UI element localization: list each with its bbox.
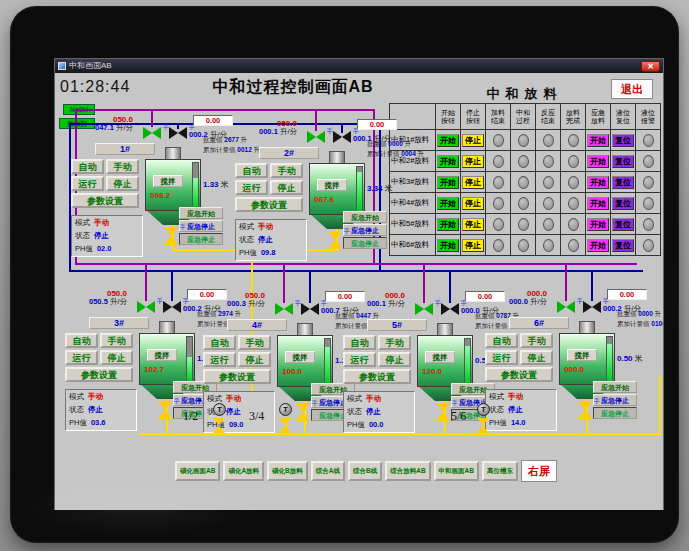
table-start-button[interactable]: 开始: [437, 197, 459, 210]
params-button[interactable]: 参数设置: [71, 193, 139, 208]
emergency-start-button[interactable]: 应急开始: [179, 207, 223, 219]
feed-valve2-icon[interactable]: 手: [441, 303, 459, 315]
stir-button[interactable]: 搅拌: [317, 179, 347, 191]
auto-button[interactable]: 自动: [71, 159, 104, 174]
feed-valve2-icon[interactable]: 手: [301, 303, 319, 315]
auto-button[interactable]: 自动: [203, 335, 236, 350]
nav-button-3[interactable]: 综合A线: [311, 461, 345, 481]
table-start-button[interactable]: 开始: [437, 218, 459, 231]
table-emergency-button[interactable]: 开始: [587, 134, 609, 147]
app-icon: [58, 62, 66, 70]
nav-button-4[interactable]: 综合B线: [348, 461, 382, 481]
discharge-valve-icon[interactable]: 手: [158, 401, 172, 419]
manual-button[interactable]: 手动: [520, 333, 553, 348]
feed-valve-icon[interactable]: 手: [143, 127, 161, 139]
feed-valve2-icon[interactable]: 手: [583, 301, 601, 313]
nav-button-1[interactable]: 磺化A放料: [223, 461, 264, 481]
stir-button[interactable]: 搅拌: [285, 351, 315, 363]
run-button[interactable]: 运行: [235, 180, 268, 195]
nav-button-2[interactable]: 磺化B放料: [267, 461, 308, 481]
table-reset-button[interactable]: 复位: [612, 239, 634, 252]
table-reset-button[interactable]: 复位: [612, 155, 634, 168]
discharge-valve-icon[interactable]: 手: [164, 227, 178, 245]
close-icon[interactable]: ✕: [641, 61, 660, 72]
params-button[interactable]: 参数设置: [343, 369, 411, 384]
nav-button-0[interactable]: 磺化画面AB: [175, 461, 220, 481]
feed-valve2-icon[interactable]: 手: [163, 301, 181, 313]
table-stop-button[interactable]: 停止: [462, 155, 484, 168]
manual-button[interactable]: 手动: [106, 159, 139, 174]
feed-valve-icon[interactable]: 手: [307, 131, 325, 143]
stir-button[interactable]: 搅拌: [425, 351, 455, 363]
stop-button[interactable]: 停止: [520, 350, 553, 365]
params-button[interactable]: 参数设置: [65, 367, 133, 382]
discharge-valve-icon[interactable]: 手: [578, 401, 592, 419]
stop-button[interactable]: 停止: [100, 350, 133, 365]
nav-button-8[interactable]: 右屏: [521, 460, 557, 482]
manual-button[interactable]: 手动: [100, 333, 133, 348]
nav-button-7[interactable]: 高位槽东: [482, 461, 518, 481]
table-emergency-button[interactable]: 开始: [587, 197, 609, 210]
stop-button[interactable]: 停止: [270, 180, 303, 195]
table-reset-button[interactable]: 复位: [612, 134, 634, 147]
emergency-stop-indicator[interactable]: 应急停止: [179, 233, 223, 245]
table-start-button[interactable]: 开始: [437, 176, 459, 189]
feed-valve2-icon[interactable]: 手: [169, 127, 187, 139]
stir-button[interactable]: 搅拌: [147, 349, 177, 361]
manual-button[interactable]: 手动: [270, 163, 303, 178]
emergency-stop-indicator[interactable]: 应急停止: [343, 237, 387, 249]
table-emergency-button[interactable]: 开始: [587, 218, 609, 231]
run-button[interactable]: 运行: [71, 176, 104, 191]
table-emergency-button[interactable]: 开始: [587, 176, 609, 189]
table-reset-button[interactable]: 复位: [612, 218, 634, 231]
feed-valve-icon[interactable]: 手: [415, 303, 433, 315]
table-reset-button[interactable]: 复位: [612, 176, 634, 189]
feed-valve-icon[interactable]: 手: [137, 301, 155, 313]
run-button[interactable]: 运行: [485, 350, 518, 365]
run-button[interactable]: 运行: [203, 352, 236, 367]
feed-valve-icon[interactable]: 手: [557, 301, 575, 313]
discharge-valve-icon[interactable]: 手: [296, 403, 310, 421]
stop-button[interactable]: 停止: [106, 176, 139, 191]
discharge-valve-icon[interactable]: 手: [328, 231, 342, 249]
feed-valve-icon[interactable]: 手: [275, 303, 293, 315]
auto-button[interactable]: 自动: [65, 333, 98, 348]
table-start-button[interactable]: 开始: [437, 239, 459, 252]
table-reset-button-cell: 复位: [611, 214, 636, 235]
table-stop-button[interactable]: 停止: [462, 197, 484, 210]
params-button[interactable]: 参数设置: [235, 197, 303, 212]
nav-button-5[interactable]: 综合放料AB: [385, 461, 430, 481]
manual-button[interactable]: 手动: [378, 335, 411, 350]
feed-valve2-icon[interactable]: 手: [333, 131, 351, 143]
run-button[interactable]: 运行: [343, 352, 376, 367]
emergency-start-button[interactable]: 应急开始: [343, 211, 387, 223]
emergency-stop-indicator[interactable]: 应急停止: [593, 407, 637, 419]
nav-button-6[interactable]: 中和画面AB: [434, 461, 479, 481]
table-stop-button[interactable]: 停止: [462, 239, 484, 252]
auto-button[interactable]: 自动: [343, 335, 376, 350]
auto-button[interactable]: 自动: [485, 333, 518, 348]
exit-button[interactable]: 退出: [611, 79, 653, 99]
stir-button[interactable]: 搅拌: [567, 349, 597, 361]
pump-valve-icon[interactable]: [477, 418, 489, 433]
run-button[interactable]: 运行: [65, 350, 98, 365]
table-stop-button[interactable]: 停止: [462, 176, 484, 189]
table-emergency-button[interactable]: 开始: [587, 155, 609, 168]
params-button[interactable]: 参数设置: [203, 369, 271, 384]
auto-button[interactable]: 自动: [235, 163, 268, 178]
table-start-button[interactable]: 开始: [437, 155, 459, 168]
params-button[interactable]: 参数设置: [485, 367, 553, 382]
stop-button[interactable]: 停止: [378, 352, 411, 367]
table-emergency-button[interactable]: 开始: [587, 239, 609, 252]
emergency-start-button[interactable]: 应急开始: [593, 381, 637, 393]
stop-button[interactable]: 停止: [238, 352, 271, 367]
pump-valve-icon[interactable]: [213, 418, 225, 433]
discharge-valve-icon[interactable]: 手: [436, 403, 450, 421]
manual-button[interactable]: 手动: [238, 335, 271, 350]
table-start-button[interactable]: 开始: [437, 134, 459, 147]
table-reset-button[interactable]: 复位: [612, 197, 634, 210]
pump-valve-icon[interactable]: [279, 418, 291, 433]
stir-button[interactable]: 搅拌: [153, 175, 183, 187]
table-stop-button[interactable]: 停止: [462, 134, 484, 147]
table-stop-button[interactable]: 停止: [462, 218, 484, 231]
